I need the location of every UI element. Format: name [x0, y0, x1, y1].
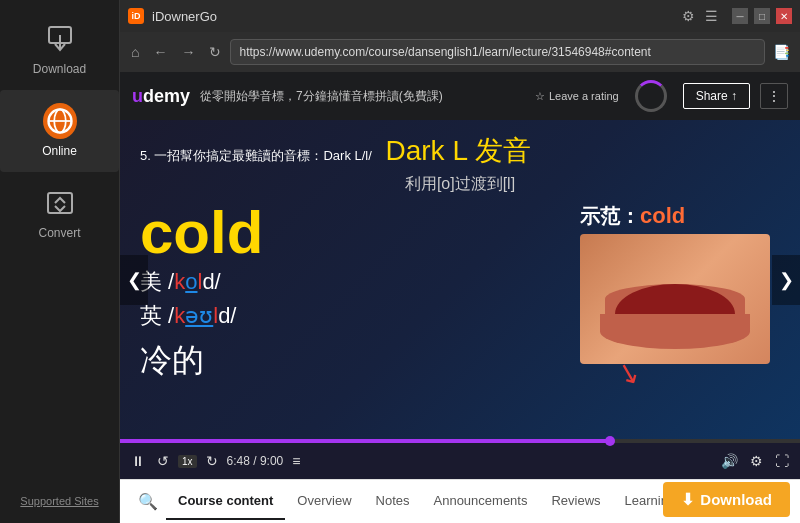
supported-sites-link[interactable]: Supported Sites — [14, 489, 104, 513]
video-content: 5. 一招幫你搞定最難讀的音標：Dark L/l/ Dark L 发音 利用[o… — [120, 120, 800, 439]
tab-reviews[interactable]: Reviews — [539, 483, 612, 520]
word-display: cold — [140, 203, 560, 263]
settings-icon[interactable]: ⚙ — [682, 8, 695, 24]
sidebar: Download Online Convert Supported Sites — [0, 0, 120, 523]
main-area: iD iDownerGo ⚙ ☰ ─ □ ✕ ⌂ ← → ↻ 📑 udemy 從… — [120, 0, 800, 523]
lips-lower — [600, 314, 750, 349]
app-icon: iD — [128, 8, 144, 24]
download-bottom-icon: ⬇ — [681, 490, 694, 509]
sidebar-item-convert[interactable]: Convert — [0, 172, 119, 254]
app-title: iDownerGo — [152, 9, 674, 24]
bottom-tabs: 🔍 Course content Overview Notes Announce… — [120, 479, 800, 523]
phonetic-uk: 英 /kəʊld/ — [140, 301, 560, 331]
online-icon — [43, 104, 77, 138]
fast-forward-button[interactable]: ↻ — [203, 451, 221, 471]
search-tab-icon[interactable]: 🔍 — [130, 482, 166, 521]
bookmark-button[interactable]: 📑 — [769, 40, 794, 64]
convert-icon — [43, 186, 77, 220]
phonetic-us: 美 /kold/ — [140, 267, 560, 297]
udemy-header: udemy 從零開始學音標，7分鐘搞懂音標拼讀(免費課) ☆ Leave a r… — [120, 72, 800, 120]
video-settings-button[interactable]: ⚙ — [747, 451, 766, 471]
tab-notes[interactable]: Notes — [364, 483, 422, 520]
video-prev-button[interactable]: ❮ — [120, 255, 148, 305]
play-pause-button[interactable]: ⏸ — [128, 451, 148, 471]
url-input[interactable] — [230, 39, 765, 65]
titlebar: iD iDownerGo ⚙ ☰ ─ □ ✕ — [120, 0, 800, 32]
sidebar-online-label: Online — [42, 144, 77, 158]
home-button[interactable]: ⌂ — [126, 40, 144, 64]
more-button[interactable]: ⋮ — [760, 83, 788, 109]
video-left: cold 美 /kold/ 英 /kəʊld/ 冷的 — [140, 203, 560, 383]
back-button[interactable]: ← — [148, 40, 172, 64]
right-controls: 🔊 ⚙ ⛶ — [718, 451, 792, 471]
sidebar-download-label: Download — [33, 62, 86, 76]
download-bottom-button[interactable]: ⬇ Download — [663, 482, 790, 517]
fullscreen-button[interactable]: ⛶ — [772, 451, 792, 471]
loading-spinner — [635, 80, 667, 112]
window-controls: ─ □ ✕ — [732, 8, 792, 24]
sidebar-item-download[interactable]: Download — [0, 8, 119, 90]
phonetic-instruction: 利用[o]过渡到[l] — [140, 174, 780, 195]
udemy-course-title: 從零開始學音標，7分鐘搞懂音標拼讀(免費課) — [200, 88, 525, 105]
tab-announcements[interactable]: Announcements — [422, 483, 540, 520]
speed-button[interactable]: 1x — [178, 455, 197, 468]
transcript-button[interactable]: ≡ — [289, 451, 303, 471]
video-right: 示范：cold — [580, 203, 780, 364]
share-button[interactable]: Share ↑ — [683, 83, 750, 109]
content-wrapper: udemy 從零開始學音標，7分鐘搞懂音標拼讀(免費課) ☆ Leave a r… — [120, 72, 800, 523]
video-main-row: cold 美 /kold/ 英 /kəʊld/ 冷的 示范：cold — [140, 203, 780, 427]
progress-dot — [605, 436, 615, 446]
forward-button[interactable]: → — [176, 40, 200, 64]
maximize-button[interactable]: □ — [754, 8, 770, 24]
download-bottom-label: Download — [700, 491, 772, 508]
video-area: 5. 一招幫你搞定最難讀的音標：Dark L/l/ Dark L 发音 利用[o… — [120, 120, 800, 439]
video-subtitle: 5. 一招幫你搞定最難讀的音標：Dark L/l/ Dark L 发音 — [140, 132, 780, 170]
video-main-title: Dark L 发音 — [385, 135, 530, 166]
udemy-logo: udemy — [132, 86, 190, 107]
minimize-button[interactable]: ─ — [732, 8, 748, 24]
progress-fill — [120, 439, 610, 443]
close-button[interactable]: ✕ — [776, 8, 792, 24]
video-next-button[interactable]: ❯ — [772, 255, 800, 305]
demo-label: 示范：cold — [580, 203, 780, 230]
time-display: 6:48 / 9:00 — [227, 454, 284, 468]
progress-bar[interactable] — [120, 439, 800, 443]
browser-bar: ⌂ ← → ↻ 📑 — [120, 32, 800, 72]
controls-bar: ⏸ ↺ 1x ↻ 6:48 / 9:00 ≡ 🔊 ⚙ ⛶ — [120, 443, 800, 479]
rating-label[interactable]: Leave a rating — [549, 90, 619, 102]
download-icon — [43, 22, 77, 56]
menu-icon[interactable]: ☰ — [705, 8, 718, 24]
tab-overview[interactable]: Overview — [285, 483, 363, 520]
tab-course-content[interactable]: Course content — [166, 483, 285, 520]
chinese-meaning: 冷的 — [140, 339, 560, 383]
volume-button[interactable]: 🔊 — [718, 451, 741, 471]
refresh-button[interactable]: ↻ — [204, 40, 226, 64]
star-icon: ☆ — [535, 90, 545, 103]
mouth-image — [580, 234, 770, 364]
sidebar-item-online[interactable]: Online — [0, 90, 119, 172]
udemy-rating: ☆ Leave a rating — [535, 90, 619, 103]
sidebar-convert-label: Convert — [38, 226, 80, 240]
rewind-button[interactable]: ↺ — [154, 451, 172, 471]
progress-area[interactable] — [120, 439, 800, 443]
